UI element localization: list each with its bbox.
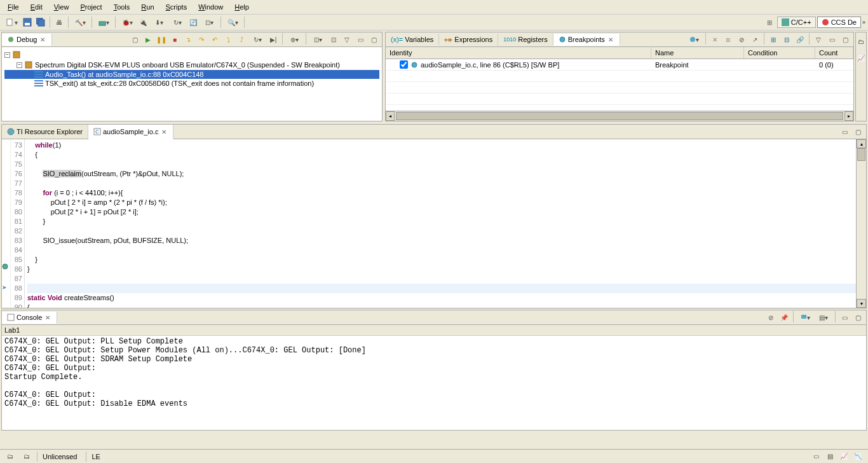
editor-vscroll[interactable]: ▴ ▾ xyxy=(856,139,866,308)
con-open-button[interactable]: ▤▾ xyxy=(815,311,832,324)
trim-icon-1[interactable]: ▭ xyxy=(810,450,822,463)
new-button[interactable]: ▾ xyxy=(3,16,20,29)
console-tab[interactable]: Console ✕ xyxy=(2,312,57,324)
source-file-tab[interactable]: c audioSample_io.c ✕ xyxy=(88,125,173,139)
search-button[interactable]: 🔍▾ xyxy=(224,16,241,29)
status-icon-2[interactable]: 🗂 xyxy=(20,450,33,463)
close-icon[interactable]: ✕ xyxy=(160,128,168,135)
con-pin-button[interactable]: 📌 xyxy=(778,311,790,324)
debug-target-node[interactable]: − Spectrum Digital DSK-EVM PLUS onboard … xyxy=(4,60,379,70)
close-icon[interactable]: ✕ xyxy=(607,36,614,43)
dbg-tool-1[interactable]: ▢ xyxy=(128,33,141,46)
console-output[interactable]: C674X_0: GEL Output: PLL Setup Complete … xyxy=(2,336,866,430)
save-button[interactable] xyxy=(21,16,34,29)
suspend-button[interactable]: ❚❚ xyxy=(155,33,168,46)
debug-tree[interactable]: − − Spectrum Digital DSK-EVM PLUS onboar… xyxy=(2,47,382,121)
con-clear-button[interactable]: ⊘ xyxy=(764,311,777,324)
scroll-thumb[interactable] xyxy=(396,112,843,120)
scroll-left-button[interactable]: ◂ xyxy=(386,111,395,121)
con-display-button[interactable]: ▾ xyxy=(796,311,814,324)
terminate-button[interactable]: ■ xyxy=(168,33,181,46)
bp-expand-button[interactable]: ⊞ xyxy=(767,33,780,46)
debug-launch-node[interactable]: − xyxy=(4,50,379,60)
trim-icon-4[interactable]: 📉 xyxy=(851,450,864,463)
bp-new-button[interactable]: ▾ xyxy=(685,33,703,46)
bp-enabled-checkbox[interactable] xyxy=(400,60,408,69)
bp-goto-button[interactable]: ↗ xyxy=(749,33,761,46)
breakpoint-row[interactable]: audioSample_io.c, line 86 (C$RL5) [S/W B… xyxy=(386,59,853,71)
memory-button[interactable]: ⊡▾ xyxy=(200,16,218,29)
minimize-view-button[interactable]: ▭ xyxy=(354,33,367,46)
print-button[interactable]: 🖶 xyxy=(53,16,65,29)
scroll-right-button[interactable]: ▸ xyxy=(844,111,853,121)
minimize-view-button[interactable]: ▭ xyxy=(838,311,851,324)
outline-button[interactable]: 🗀 xyxy=(855,35,867,48)
refresh-button[interactable]: 🔄 xyxy=(187,16,200,29)
bp-link-button[interactable]: 🔗 xyxy=(794,33,806,46)
stack-frame-2[interactable]: TSK_exit() at tsk_exit.c:28 0xC0058D60 (… xyxy=(4,79,379,88)
maximize-view-button[interactable]: ▢ xyxy=(851,125,864,138)
col-identity[interactable]: Identity xyxy=(386,47,651,59)
menu-run[interactable]: Run xyxy=(136,1,159,13)
menu-help[interactable]: Help xyxy=(229,1,254,13)
col-name[interactable]: Name xyxy=(651,47,744,59)
resume-button[interactable]: ▶ xyxy=(142,33,154,46)
bp-remove-button[interactable]: ✕ xyxy=(709,33,721,46)
menu-window[interactable]: Window xyxy=(193,1,228,13)
registers-tab[interactable]: 1010Registers xyxy=(498,34,553,45)
variables-tab[interactable]: (x)=Variables xyxy=(386,34,439,45)
new-target-button[interactable]: ▾ xyxy=(95,16,112,29)
perspective-cpp[interactable]: C/C++ xyxy=(777,17,816,28)
bp-menu-button[interactable]: ▽ xyxy=(812,33,825,46)
maximize-view-button[interactable]: ▢ xyxy=(839,33,851,46)
bp-remove-all-button[interactable]: ⦻ xyxy=(722,33,735,46)
scroll-thumb[interactable] xyxy=(857,148,865,161)
maximize-view-button[interactable]: ▢ xyxy=(367,33,380,46)
debug-button[interactable]: 🐞▾ xyxy=(118,16,136,29)
step-return-button[interactable]: ↶ xyxy=(208,33,221,46)
bp-collapse-button[interactable]: ⊟ xyxy=(780,33,793,46)
asm-step-over-button[interactable]: ⤴ xyxy=(235,33,248,46)
dbg-more-2[interactable]: ⊡ xyxy=(327,33,340,46)
menu-view[interactable]: View xyxy=(49,1,74,13)
view-menu-button[interactable]: ▽ xyxy=(341,33,353,46)
connect-button[interactable]: 🔌 xyxy=(137,16,149,29)
debug-tab[interactable]: Debug ✕ xyxy=(2,34,52,46)
open-perspective-button[interactable]: ⊞ xyxy=(763,16,776,29)
breakpoints-tab[interactable]: Breakpoints✕ xyxy=(553,34,620,46)
build-button[interactable]: 🔨▾ xyxy=(71,16,89,29)
collapse-icon[interactable]: − xyxy=(17,62,22,68)
close-icon[interactable]: ✕ xyxy=(39,36,46,43)
step-into-button[interactable]: ↴ xyxy=(182,33,194,46)
bp-skip-button[interactable]: ⊘ xyxy=(735,33,748,46)
asm-step-into-button[interactable]: ⤵ xyxy=(222,33,234,46)
maximize-view-button[interactable]: ▢ xyxy=(851,311,864,324)
menu-file[interactable]: File xyxy=(3,1,24,13)
trim-icon-2[interactable]: ▤ xyxy=(824,450,836,463)
restart-dbg-button[interactable]: ↻▾ xyxy=(248,33,266,46)
perspective-more[interactable]: » xyxy=(862,19,865,25)
restart-button[interactable]: ↻▾ xyxy=(168,16,186,29)
rtos-button[interactable]: ⊕▾ xyxy=(285,33,303,46)
code-area[interactable]: while(1) { SIO_reclaim(outStream, (Ptr *… xyxy=(25,139,856,308)
save-all-button[interactable] xyxy=(34,16,47,29)
chart-button[interactable]: 📈 xyxy=(855,52,867,64)
scroll-down-button[interactable]: ▾ xyxy=(857,299,866,308)
step-over-button[interactable]: ↷ xyxy=(195,33,208,46)
menu-project[interactable]: Project xyxy=(75,1,107,13)
minimize-view-button[interactable]: ▭ xyxy=(825,33,838,46)
minimize-view-button[interactable]: ▭ xyxy=(838,125,851,138)
col-condition[interactable]: Condition xyxy=(744,47,815,59)
run-to-line-button[interactable]: ▶| xyxy=(267,33,280,46)
col-count[interactable]: Count xyxy=(815,47,853,59)
close-icon[interactable]: ✕ xyxy=(44,314,51,321)
expressions-tab[interactable]: ᚐᚑExpressions xyxy=(439,34,498,46)
bp-hscroll[interactable]: ◂ ▸ xyxy=(386,111,853,121)
trim-icon-3[interactable]: 📈 xyxy=(837,450,850,463)
dbg-more-1[interactable]: ⊡▾ xyxy=(309,33,327,46)
editor-body[interactable]: ➤ 737475767778798081828384858687888990 w… xyxy=(2,139,866,308)
menu-tools[interactable]: Tools xyxy=(109,1,135,13)
status-icon-1[interactable]: 🗂 xyxy=(4,450,17,463)
perspective-ccs[interactable]: CCS De xyxy=(817,17,861,28)
menu-edit[interactable]: Edit xyxy=(25,1,48,13)
